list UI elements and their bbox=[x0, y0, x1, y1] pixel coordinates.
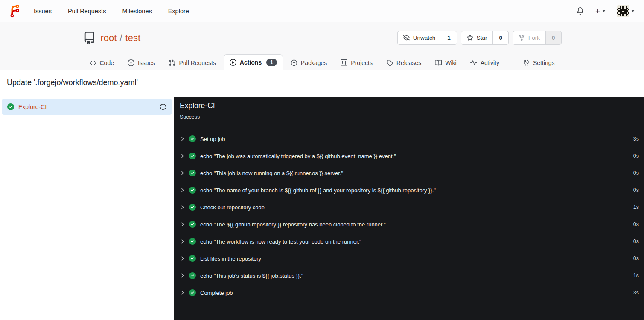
plus-icon: + bbox=[595, 7, 600, 15]
step-row[interactable]: Check out repository code 1s bbox=[179, 199, 639, 216]
star-button[interactable]: Star 0 bbox=[461, 31, 509, 45]
tab-label: Releases bbox=[396, 59, 421, 66]
tab-actions[interactable]: Actions 1 bbox=[224, 54, 283, 70]
repo-header: root / test Unwatch 1 bbox=[0, 22, 644, 70]
repo-path-separator: / bbox=[119, 32, 122, 44]
step-row[interactable]: echo "The ${{ github.repository }} repos… bbox=[179, 216, 639, 233]
refresh-icon[interactable] bbox=[160, 103, 166, 110]
tab-label: Code bbox=[100, 59, 114, 66]
play-icon bbox=[230, 59, 236, 66]
watchers-count[interactable]: 1 bbox=[441, 31, 457, 44]
chevron-right-icon[interactable] bbox=[179, 255, 185, 261]
repo-icon bbox=[83, 32, 96, 44]
chevron-right-icon[interactable] bbox=[179, 273, 185, 279]
tab-settings[interactable]: Settings bbox=[517, 55, 561, 70]
project-icon bbox=[341, 59, 347, 66]
check-circle-icon bbox=[189, 135, 196, 142]
nav-pull-requests[interactable]: Pull Requests bbox=[60, 8, 114, 15]
tab-code[interactable]: Code bbox=[84, 55, 120, 70]
step-name: Complete job bbox=[200, 290, 233, 296]
chevron-right-icon[interactable] bbox=[179, 238, 185, 244]
book-icon bbox=[435, 59, 442, 66]
step-row[interactable]: echo "The name of your branch is ${{ git… bbox=[179, 182, 639, 199]
nav-explore[interactable]: Explore bbox=[160, 8, 197, 15]
chevron-right-icon[interactable] bbox=[179, 221, 185, 227]
forgejo-logo-icon[interactable] bbox=[9, 5, 21, 18]
tab-pull-requests[interactable]: Pull Requests bbox=[163, 55, 221, 70]
actions-count-badge: 1 bbox=[266, 59, 277, 66]
issue-opened-icon bbox=[128, 59, 134, 66]
unwatch-button[interactable]: Unwatch 1 bbox=[397, 31, 457, 45]
nav-milestones[interactable]: Milestones bbox=[114, 8, 160, 15]
tab-activity[interactable]: Activity bbox=[464, 55, 505, 70]
tab-label: Wiki bbox=[445, 59, 456, 66]
chevron-right-icon[interactable] bbox=[179, 170, 185, 176]
check-circle-icon bbox=[189, 187, 196, 194]
job-item-explore-ci[interactable]: Explore-CI bbox=[2, 99, 172, 115]
step-duration: 0s bbox=[633, 153, 639, 159]
star-label: Star bbox=[477, 35, 487, 41]
step-name: Set up job bbox=[200, 136, 225, 142]
nav-issues[interactable]: Issues bbox=[26, 8, 60, 15]
step-row[interactable]: echo "The job was automatically triggere… bbox=[179, 147, 639, 164]
forks-count: 0 bbox=[545, 31, 561, 44]
step-duration: 1s bbox=[633, 204, 639, 210]
check-circle-icon bbox=[189, 289, 196, 296]
git-pull-request-icon bbox=[169, 59, 175, 66]
tab-label: Pull Requests bbox=[179, 59, 216, 66]
step-row[interactable]: List files in the repository 0s bbox=[179, 250, 639, 267]
step-duration: 0s bbox=[633, 187, 639, 193]
step-name: echo "The name of your branch is ${{ git… bbox=[200, 187, 436, 194]
chevron-right-icon[interactable] bbox=[179, 204, 185, 210]
check-circle-icon bbox=[189, 221, 196, 228]
step-duration: 3s bbox=[633, 290, 639, 296]
step-duration: 0s bbox=[633, 170, 639, 176]
step-duration: 0s bbox=[633, 221, 639, 227]
pulse-icon bbox=[470, 59, 477, 66]
code-icon bbox=[90, 59, 96, 66]
user-menu[interactable] bbox=[617, 5, 635, 17]
chevron-right-icon[interactable] bbox=[179, 290, 185, 296]
repo-owner-link[interactable]: root bbox=[101, 32, 117, 44]
check-circle-icon bbox=[189, 153, 196, 159]
step-duration: 3s bbox=[633, 136, 639, 142]
step-name: echo "The workflow is now ready to test … bbox=[200, 238, 361, 245]
tab-label: Projects bbox=[351, 59, 373, 66]
check-circle-icon bbox=[189, 204, 196, 211]
notifications-bell-icon[interactable] bbox=[577, 7, 584, 15]
chevron-right-icon[interactable] bbox=[179, 187, 185, 193]
avatar bbox=[617, 5, 629, 17]
eye-closed-icon bbox=[403, 35, 410, 41]
check-circle-icon bbox=[189, 170, 196, 176]
top-navbar: Issues Pull Requests Milestones Explore … bbox=[0, 0, 644, 22]
navbar-right: + bbox=[577, 5, 638, 17]
tab-releases[interactable]: Releases bbox=[380, 55, 427, 70]
step-name: echo "This job is now running on a ${{ r… bbox=[200, 170, 343, 176]
run-view: Explore-CI Explore-CI Success Set up job… bbox=[0, 97, 644, 320]
step-row[interactable]: echo "This job is now running on a ${{ r… bbox=[179, 164, 639, 182]
chevron-right-icon[interactable] bbox=[179, 136, 185, 142]
step-row[interactable]: echo "This job's status is ${{ job.statu… bbox=[179, 267, 639, 284]
chevron-down-icon bbox=[631, 10, 635, 12]
stars-count[interactable]: 0 bbox=[492, 31, 508, 44]
check-circle-icon bbox=[7, 103, 14, 110]
tab-label: Actions bbox=[240, 59, 262, 66]
tab-wiki[interactable]: Wiki bbox=[429, 55, 462, 70]
step-row[interactable]: echo "The workflow is now ready to test … bbox=[179, 233, 639, 250]
step-name: List files in the repository bbox=[200, 255, 261, 262]
tab-label: Issues bbox=[138, 59, 155, 66]
tab-packages[interactable]: Packages bbox=[285, 55, 333, 70]
tab-label: Activity bbox=[481, 59, 499, 66]
step-row[interactable]: Set up job 3s bbox=[179, 130, 639, 147]
unwatch-label: Unwatch bbox=[413, 35, 436, 41]
create-new-menu[interactable]: + bbox=[595, 7, 606, 15]
tab-projects[interactable]: Projects bbox=[335, 55, 379, 70]
repo-name-link[interactable]: test bbox=[125, 32, 140, 44]
run-header: Explore-CI Success bbox=[174, 97, 644, 126]
run-panel: Explore-CI Success Set up job 3s echo "T… bbox=[174, 97, 644, 320]
chevron-right-icon[interactable] bbox=[179, 153, 185, 159]
step-row[interactable]: Complete job 3s bbox=[179, 284, 639, 301]
fork-icon bbox=[519, 35, 525, 41]
tab-issues[interactable]: Issues bbox=[122, 55, 161, 70]
jobs-sidebar: Explore-CI bbox=[0, 97, 174, 320]
